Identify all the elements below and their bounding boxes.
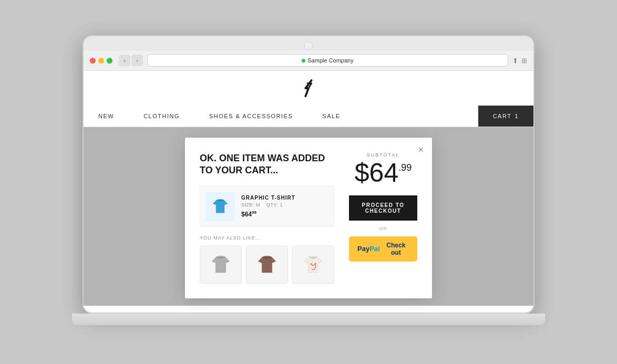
site-header: NEW CLOTHING SHOES & ACCESSORIES SALE CA… bbox=[84, 71, 533, 127]
cart-item: GRAPHIC T-SHIRT SIZE: M QTY: 1 $ bbox=[200, 186, 334, 227]
suggestion-item-2[interactable] bbox=[246, 246, 288, 284]
paypal-button[interactable]: PayPal Check out bbox=[349, 236, 417, 262]
back-button[interactable]: ‹ bbox=[119, 55, 130, 66]
site-logo bbox=[300, 71, 317, 106]
laptop-foot bbox=[245, 325, 372, 329]
close-button[interactable] bbox=[90, 58, 96, 64]
modal-body: OK. ONE ITEM WAS ADDED TO YOUR CART... bbox=[200, 152, 417, 284]
browser-content: NEW CLOTHING SHOES & ACCESSORIES SALE CA… bbox=[84, 71, 533, 313]
address-bar[interactable]: Sample Company bbox=[147, 54, 508, 67]
subtotal-amount: $64.99 bbox=[355, 160, 412, 186]
modal-title: OK. ONE ITEM WAS ADDED TO YOUR CART... bbox=[200, 152, 334, 177]
or-label: OR bbox=[379, 226, 387, 231]
cart-count: 1 bbox=[515, 113, 519, 119]
laptop-base bbox=[72, 314, 545, 325]
modal-left: OK. ONE ITEM WAS ADDED TO YOUR CART... bbox=[200, 152, 334, 284]
nav-item-new[interactable]: NEW bbox=[84, 106, 129, 127]
share-button[interactable]: ⬆ bbox=[512, 57, 518, 65]
paypal-logo: PayPal bbox=[357, 245, 380, 253]
nav-item-clothing[interactable]: CLOTHING bbox=[129, 106, 194, 127]
nav-cart-button[interactable]: CART 1 bbox=[478, 106, 533, 127]
site-background: × OK. ONE ITEM WAS ADDED TO YOUR CART... bbox=[84, 127, 533, 306]
secure-icon bbox=[302, 59, 305, 63]
nav-item-sale[interactable]: SALE bbox=[307, 106, 355, 127]
nav-arrows: ‹ › bbox=[119, 55, 143, 66]
modal-right: SUBTOTAL $64.99 PROCEED TO CHECKOUT OR P… bbox=[349, 152, 417, 284]
nav-item-shoes[interactable]: SHOES & ACCESSORIES bbox=[194, 106, 307, 127]
url-text: Sample Company bbox=[307, 57, 353, 64]
item-details: GRAPHIC T-SHIRT SIZE: M QTY: 1 $ bbox=[241, 195, 328, 218]
suggestion-row bbox=[200, 246, 334, 284]
browser-actions: ⬆ ⊞ bbox=[512, 57, 527, 65]
cart-modal: × OK. ONE ITEM WAS ADDED TO YOUR CART... bbox=[185, 138, 432, 299]
subtotal-label: SUBTOTAL bbox=[367, 152, 400, 158]
browser-chrome: ‹ › Sample Company ⬆ ⊞ bbox=[84, 51, 533, 71]
maximize-button[interactable] bbox=[107, 58, 112, 64]
item-name: GRAPHIC T-SHIRT bbox=[241, 195, 328, 201]
subtotal-cents: .99 bbox=[398, 163, 412, 172]
item-image bbox=[205, 192, 235, 221]
website: NEW CLOTHING SHOES & ACCESSORIES SALE CA… bbox=[84, 71, 533, 313]
checkout-button[interactable]: PROCEED TO CHECKOUT bbox=[349, 195, 417, 221]
forward-button[interactable]: › bbox=[131, 55, 143, 66]
modal-overlay: × OK. ONE ITEM WAS ADDED TO YOUR CART... bbox=[84, 127, 533, 306]
subtotal-dollars: $64 bbox=[355, 160, 398, 186]
bookmark-button[interactable]: ⊞ bbox=[521, 57, 527, 65]
item-meta: SIZE: M QTY: 1 bbox=[241, 202, 328, 207]
laptop-frame: ‹ › Sample Company ⬆ ⊞ bbox=[83, 35, 534, 314]
site-nav: NEW CLOTHING SHOES & ACCESSORIES SALE CA… bbox=[84, 106, 533, 127]
cart-label: CART bbox=[493, 113, 512, 119]
traffic-lights bbox=[90, 58, 112, 64]
paypal-checkout-text: Check out bbox=[383, 242, 409, 256]
suggestion-item-3[interactable] bbox=[292, 246, 334, 284]
item-price: $6499 bbox=[241, 210, 328, 218]
minimize-button[interactable] bbox=[98, 58, 104, 64]
laptop-camera bbox=[304, 41, 313, 50]
suggestion-item-1[interactable] bbox=[200, 246, 242, 284]
you-may-like-label: YOU MAY ALSO LIKE... bbox=[200, 235, 334, 241]
modal-close-button[interactable]: × bbox=[418, 145, 424, 154]
